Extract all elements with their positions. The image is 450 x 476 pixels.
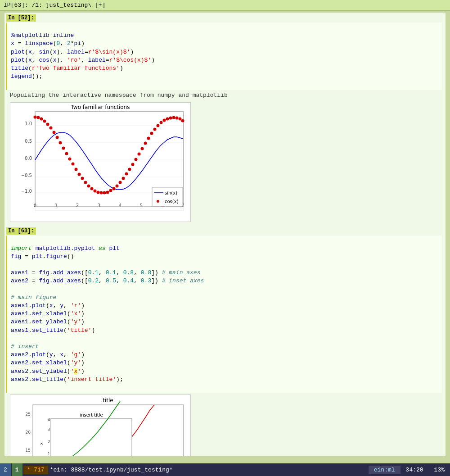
svg-text:25: 25 — [26, 412, 31, 417]
status-position: 34:20 — [400, 466, 429, 474]
plot1-title: Two familiar functions — [71, 104, 130, 110]
svg-text:1: 1 — [55, 203, 58, 208]
svg-point-28 — [56, 136, 59, 139]
notebook: In [52]: %matplotlib inline x = linspace… — [4, 13, 446, 456]
svg-point-62 — [163, 118, 166, 122]
plot1-container: Two familiar functions −1.0 −0.5 0.0 0.5… — [10, 102, 191, 222]
cell-63-code[interactable]: import matplotlib.pyplot as plt fig = pl… — [6, 236, 442, 393]
svg-point-36 — [81, 177, 84, 180]
svg-point-54 — [138, 152, 141, 155]
svg-point-32 — [68, 157, 72, 160]
svg-text:x: x — [39, 442, 44, 445]
svg-point-44 — [106, 190, 109, 194]
svg-point-29 — [59, 141, 62, 144]
status-linecount: 717 — [34, 467, 44, 473]
svg-point-46 — [112, 187, 116, 190]
title-text: IP[63]: /1: just_testing\ [+] — [4, 2, 105, 9]
svg-text:0.5: 0.5 — [25, 139, 32, 144]
svg-text:1.0: 1.0 — [25, 121, 32, 126]
svg-point-52 — [131, 163, 135, 166]
svg-point-30 — [62, 146, 65, 150]
svg-text:4: 4 — [119, 203, 122, 208]
svg-point-43 — [103, 191, 106, 194]
svg-point-53 — [135, 158, 138, 161]
plot2-container: title y x 0 5 10 15 20 25 0 1 2 3 4 5 — [10, 394, 191, 456]
svg-point-23 — [40, 117, 43, 120]
legend-cos-label: cos(x) — [165, 199, 179, 204]
plot2-inset-title: insert title — [80, 413, 103, 417]
svg-point-55 — [141, 147, 144, 150]
svg-text:3: 3 — [48, 428, 50, 432]
svg-text:3: 3 — [98, 203, 100, 208]
svg-point-66 — [176, 116, 179, 119]
svg-text:−1.0: −1.0 — [21, 189, 32, 194]
status-mode: ein:ml — [369, 466, 400, 474]
status-cell-num: 1 — [12, 463, 22, 476]
svg-point-21 — [34, 115, 37, 118]
cell-52-code[interactable]: %matplotlib inline x = linspace(0, 2*pi)… — [6, 23, 442, 90]
plot2-main-title: title — [103, 397, 113, 403]
svg-point-57 — [147, 136, 150, 140]
svg-text:1: 1 — [48, 452, 50, 456]
svg-point-39 — [90, 187, 94, 190]
cell-63-label[interactable]: In [63]: — [6, 227, 36, 235]
svg-point-45 — [109, 189, 112, 192]
svg-point-27 — [53, 131, 56, 134]
svg-point-31 — [65, 152, 68, 155]
svg-point-25 — [46, 122, 50, 126]
svg-text:4: 4 — [48, 418, 50, 422]
svg-point-22 — [37, 116, 40, 119]
svg-text:15: 15 — [26, 448, 31, 453]
svg-point-61 — [160, 121, 163, 124]
svg-text:−0.5: −0.5 — [21, 173, 32, 178]
svg-text:0.0: 0.0 — [25, 156, 32, 161]
svg-point-41 — [97, 190, 100, 194]
svg-point-59 — [153, 127, 157, 131]
status-cell-num-2: 2 — [0, 463, 11, 476]
svg-text:20: 20 — [26, 430, 31, 435]
cell-52-output: Populating the interactive namespace fro… — [6, 90, 442, 100]
svg-point-67 — [179, 117, 182, 120]
inset-axes — [51, 418, 132, 456]
plot1-svg: Two familiar functions −1.0 −0.5 0.0 0.5… — [10, 103, 190, 220]
cell-63: In [63]: import matplotlib.pyplot as plt… — [4, 226, 446, 457]
svg-point-56 — [144, 141, 147, 145]
svg-point-24 — [43, 119, 46, 122]
svg-point-47 — [116, 184, 119, 187]
svg-text:2: 2 — [48, 440, 50, 444]
svg-point-50 — [125, 172, 128, 175]
status-percent: 13% — [429, 466, 450, 474]
svg-point-48 — [119, 181, 122, 184]
plot2-svg: title y x 0 5 10 15 20 25 0 1 2 3 4 5 — [10, 395, 190, 456]
svg-point-68 — [181, 119, 184, 122]
svg-point-70 — [157, 200, 159, 203]
svg-point-33 — [72, 162, 75, 165]
status-modified-star: * — [27, 467, 34, 473]
status-filename: *ein: 8888/test.ipynb/just_testing* — [50, 467, 369, 473]
svg-point-35 — [78, 172, 81, 176]
svg-point-51 — [128, 168, 131, 171]
title-bar: IP[63]: /1: just_testing\ [+] — [0, 0, 450, 11]
status-bar: 2 1 * 717 *ein: 8888/test.ipynb/just_tes… — [0, 463, 450, 476]
svg-text:2: 2 — [76, 203, 79, 208]
svg-point-63 — [166, 117, 169, 120]
svg-point-65 — [172, 116, 176, 119]
svg-point-58 — [150, 131, 153, 135]
svg-point-40 — [94, 189, 97, 192]
svg-point-34 — [75, 168, 78, 171]
svg-point-37 — [84, 181, 87, 184]
svg-point-60 — [157, 124, 160, 127]
legend-sin-label: sin(x) — [165, 190, 177, 195]
svg-point-38 — [87, 184, 90, 187]
svg-point-49 — [122, 177, 125, 180]
status-modified: * 717 — [23, 466, 48, 474]
svg-point-26 — [50, 126, 53, 129]
cell-52-output-text: Populating the interactive namespace fro… — [10, 92, 228, 99]
cell-52: In [52]: %matplotlib inline x = linspace… — [4, 13, 446, 226]
svg-point-64 — [169, 116, 172, 119]
svg-point-42 — [100, 191, 103, 194]
cell-52-label[interactable]: In [52]: — [6, 14, 36, 22]
svg-text:5: 5 — [140, 203, 143, 208]
